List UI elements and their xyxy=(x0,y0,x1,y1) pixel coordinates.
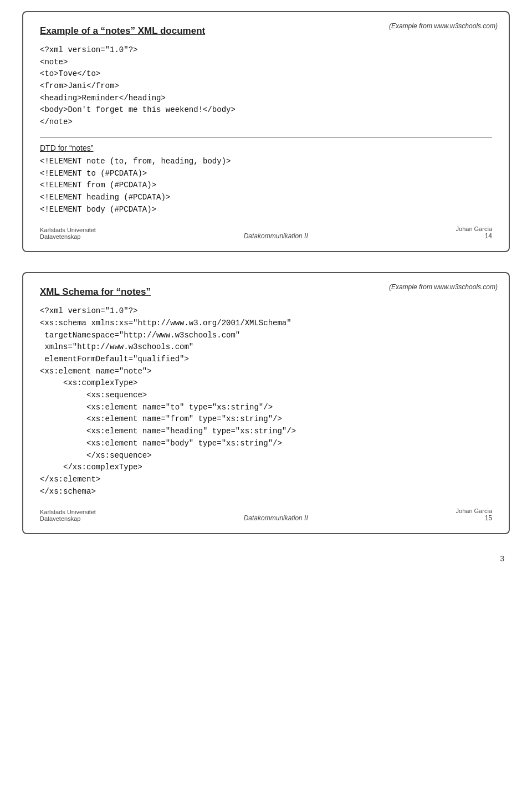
slide-2-footer: Karlstads Universitet Datavetenskap Data… xyxy=(40,508,492,522)
slide-1: Example of a “notes” XML document (Examp… xyxy=(22,11,510,252)
slide-2-footer-dept: Datavetenskap xyxy=(40,515,96,522)
slide-1-dtd-label: DTD for “notes” xyxy=(40,144,492,152)
slide-2-page-num: 15 xyxy=(456,514,492,522)
slide-1-footer-right: Johan Garcia 14 xyxy=(456,226,492,240)
slide-1-footer: Karlstads Universitet Datavetenskap Data… xyxy=(40,226,492,240)
slide-1-footer-dept: Datavetenskap xyxy=(40,233,96,240)
slide-2-footer-author: Johan Garcia xyxy=(456,508,492,514)
slide-2-example-label: (Example from www.w3schools.com) xyxy=(389,283,498,291)
slide-1-page-num: 14 xyxy=(456,232,492,240)
slide-1-footer-left: Karlstads Universitet Datavetenskap xyxy=(40,227,96,240)
slide-2-footer-right: Johan Garcia 15 xyxy=(456,508,492,522)
slide-1-footer-author: Johan Garcia xyxy=(456,226,492,232)
slide-1-xml-code: <?xml version="1.0"?> <note> <to>Tove</t… xyxy=(40,44,492,129)
slide-2-footer-university: Karlstads Universitet xyxy=(40,509,96,515)
slide-2-xml-code: <?xml version="1.0"?> <xs:schema xmlns:x… xyxy=(40,305,492,498)
slide-1-dtd-section: DTD for “notes” <!ELEMENT note (to, from… xyxy=(40,137,492,216)
slide-1-footer-center: Datakommunikation II xyxy=(244,232,308,240)
slide-2: XML Schema for “notes” (Example from www… xyxy=(22,272,510,534)
bottom-page-number: 3 xyxy=(22,554,510,563)
slide-1-footer-university: Karlstads Universitet xyxy=(40,227,96,233)
slide-1-example-label: (Example from www.w3schools.com) xyxy=(389,22,498,30)
slide-2-footer-left: Karlstads Universitet Datavetenskap xyxy=(40,509,96,522)
slide-1-dtd-code: <!ELEMENT note (to, from, heading, body)… xyxy=(40,156,492,216)
slide-2-footer-center: Datakommunikation II xyxy=(244,514,308,522)
